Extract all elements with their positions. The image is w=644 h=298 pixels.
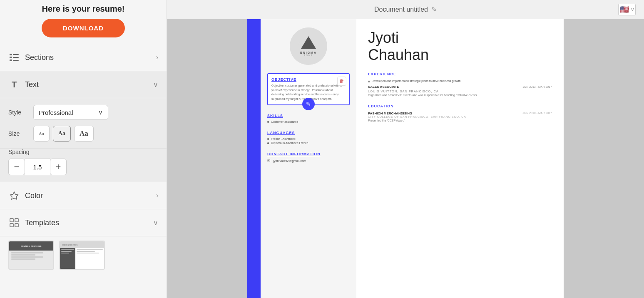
style-label: Style bbox=[8, 109, 29, 116]
spacing-section: Spacing − + bbox=[0, 149, 167, 182]
size-row: Size Aa Aa Aa bbox=[8, 126, 158, 142]
left-panel: Here is your resume! DOWNLOAD Sections bbox=[0, 0, 167, 298]
thumb2-name: CHLOE ANDERSON bbox=[62, 244, 77, 246]
template-thumb-1[interactable]: BENTLEY CAMPBELL bbox=[8, 241, 54, 270]
text-expanded: Style Professional ∨ Size Aa Aa Aa bbox=[0, 98, 167, 149]
svg-rect-0 bbox=[10, 54, 12, 55]
style-row: Style Professional ∨ bbox=[8, 105, 158, 120]
doc-title: Document untitled bbox=[374, 6, 428, 13]
panel-header-title: Here is your resume! bbox=[8, 4, 158, 14]
logo-text: ENIGMA bbox=[300, 51, 317, 54]
experience-title: EXPERIENCE bbox=[368, 72, 552, 76]
company-logo: ENIGMA AGNA bbox=[290, 27, 327, 65]
size-buttons: Aa Aa Aa bbox=[33, 126, 94, 142]
experience-bullet: ■ Developed and implemented strategic pl… bbox=[368, 79, 552, 83]
svg-rect-1 bbox=[10, 57, 12, 58]
size-large-button[interactable]: Aa bbox=[74, 126, 94, 142]
resume-document: ENIGMA AGNA OBJECTIVE Objective, custome… bbox=[247, 19, 564, 298]
spacing-value-input[interactable] bbox=[25, 159, 50, 175]
flag-chevron: ∨ bbox=[631, 7, 634, 12]
logo-subtext: AGNA bbox=[304, 54, 313, 57]
flag-icon: 🇺🇸 bbox=[620, 5, 629, 14]
edit-objective-button[interactable]: ✎ bbox=[302, 98, 315, 110]
text-row[interactable]: T Text ∨ bbox=[0, 71, 167, 98]
experience-item-1: SALES ASSOCIATE JUN 2013 - MAR 2017 LOUI… bbox=[368, 85, 552, 98]
objective-title: OBJECTIVE bbox=[271, 77, 346, 82]
size-medium-button[interactable]: Aa bbox=[53, 126, 71, 142]
top-bar-right: 🇺🇸 ∨ bbox=[618, 4, 636, 15]
delete-objective-button[interactable]: 🗑 bbox=[337, 77, 346, 86]
spacing-label: Spacing bbox=[8, 149, 158, 155]
svg-rect-7 bbox=[10, 219, 13, 222]
contact-section-left: CONTACT INFORMATION ✉ jyoti.vats92@gmail… bbox=[267, 152, 350, 163]
templates-thumbs: BENTLEY CAMPBELL CHLOE ANDERSON bbox=[0, 236, 167, 274]
exp1-company: LOUIS VUITTON, SAN FRANCISCO, CA bbox=[368, 89, 552, 93]
color-icon bbox=[8, 190, 20, 201]
svg-rect-3 bbox=[13, 54, 19, 55]
header-section: Here is your resume! DOWNLOAD bbox=[0, 0, 167, 44]
svg-rect-2 bbox=[10, 60, 12, 61]
contact-email-text: jyoti.vats92@gmail.com bbox=[273, 159, 306, 163]
templates-arrow: ∨ bbox=[153, 219, 158, 227]
education-title: EDUCATION bbox=[368, 104, 552, 108]
svg-rect-5 bbox=[13, 60, 19, 61]
contact-title: CONTACT INFORMATION bbox=[267, 152, 350, 156]
svg-rect-8 bbox=[15, 219, 18, 222]
thumb1-name: BENTLEY CAMPBELL bbox=[21, 245, 42, 247]
main-area: Document untitled ✎ 🇺🇸 ∨ bbox=[167, 0, 644, 298]
spacing-increase-button[interactable]: + bbox=[50, 159, 67, 175]
edu1-award: Presented the 'CCSF Award' bbox=[368, 119, 552, 122]
skills-title: SKILLS bbox=[267, 114, 350, 118]
text-icon: T bbox=[8, 79, 20, 90]
doc-title-area: Document untitled ✎ bbox=[374, 5, 437, 13]
language-text-1: French - Advanced bbox=[271, 137, 296, 140]
languages-section: LANGUAGES French - Advanced Diploma in A… bbox=[267, 131, 350, 144]
edu1-date: JUN 2010 - MAR 2017 bbox=[523, 112, 552, 115]
templates-row[interactable]: Templates ∨ bbox=[0, 209, 167, 236]
sections-label: Sections bbox=[25, 53, 156, 62]
exp1-title: SALES ASSOCIATE bbox=[368, 85, 399, 89]
resume-name: Jyoti Chauhan bbox=[368, 29, 552, 64]
template-thumb-2[interactable]: CHLOE ANDERSON bbox=[59, 241, 105, 270]
bullet-dot-lang2 bbox=[267, 142, 269, 144]
svg-rect-4 bbox=[13, 57, 19, 58]
sections-row[interactable]: Sections › bbox=[0, 44, 167, 71]
skills-section: SKILLS Customer assistance bbox=[267, 114, 350, 123]
exp1-desc: Organized and hosted VIP events and was … bbox=[368, 93, 552, 98]
experience-bullet-text: Developed and implemented strategic plan… bbox=[372, 79, 462, 82]
resume-name-line1: Jyoti bbox=[368, 29, 399, 46]
skill-item-1: Customer assistance bbox=[267, 120, 350, 123]
color-row[interactable]: Color › bbox=[0, 182, 167, 209]
download-button[interactable]: DOWNLOAD bbox=[42, 19, 125, 37]
svg-rect-9 bbox=[10, 224, 13, 227]
languages-title: LANGUAGES bbox=[267, 131, 350, 135]
text-arrow: ∨ bbox=[153, 81, 158, 89]
resume-name-line2: Chauhan bbox=[368, 46, 429, 63]
objective-box: OBJECTIVE Objective, customer-generated … bbox=[267, 73, 350, 105]
dropdown-chevron: ∨ bbox=[98, 109, 103, 116]
templates-icon bbox=[8, 217, 20, 228]
top-bar: Document untitled ✎ 🇺🇸 ∨ bbox=[167, 0, 644, 19]
color-arrow: › bbox=[156, 192, 158, 199]
sections-arrow: › bbox=[156, 54, 158, 61]
language-text-2: Diploma in Advanced French bbox=[271, 142, 308, 144]
spacing-decrease-button[interactable]: − bbox=[8, 159, 25, 175]
svg-marker-6 bbox=[10, 192, 18, 199]
doc-title-edit-icon[interactable]: ✎ bbox=[431, 5, 437, 13]
language-item-2: Diploma in Advanced French bbox=[267, 142, 350, 144]
edu1-title: FASHION MERCHANDISING bbox=[368, 112, 412, 115]
size-small-button[interactable]: Aa bbox=[33, 126, 50, 142]
templates-label: Templates bbox=[25, 219, 153, 227]
exp1-date: JUN 2013 - MAR 2017 bbox=[523, 85, 552, 88]
color-label: Color bbox=[25, 191, 156, 200]
bullet-dot-lang1 bbox=[267, 138, 269, 140]
resume-left-col: ENIGMA AGNA OBJECTIVE Objective, custome… bbox=[261, 19, 356, 298]
text-label: Text bbox=[25, 80, 153, 89]
language-selector[interactable]: 🇺🇸 ∨ bbox=[618, 4, 636, 15]
language-item-1: French - Advanced bbox=[267, 137, 350, 140]
edu1-school: CITY COLLEGE OF SAN FRANCISCO, SAN FRANC… bbox=[368, 115, 552, 118]
contact-email: ✉ jyoti.vats92@gmail.com bbox=[267, 159, 350, 163]
style-dropdown[interactable]: Professional ∨ bbox=[33, 105, 108, 120]
email-icon: ✉ bbox=[267, 159, 271, 163]
resume-left-strip bbox=[247, 19, 261, 298]
